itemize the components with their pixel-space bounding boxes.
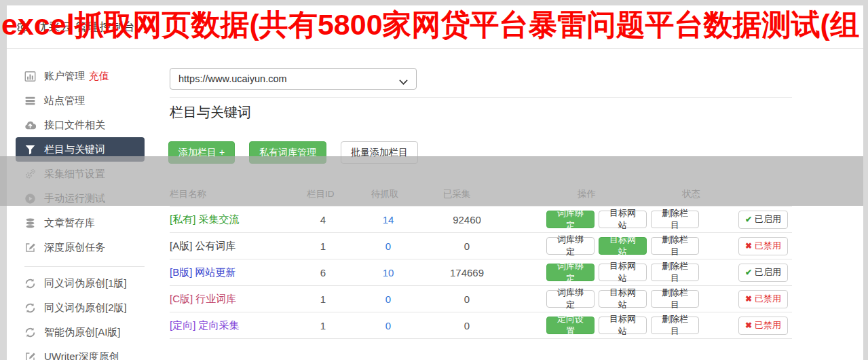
column-name-link[interactable]: [私有] 采集交流 <box>170 213 305 226</box>
row-actions: 词库绑定目标网站删除栏目 <box>546 237 699 255</box>
edit-icon <box>24 351 36 360</box>
page-title: 栏目与关键词 <box>170 103 251 122</box>
action-button[interactable]: 删除栏目 <box>651 237 699 255</box>
action-button[interactable]: 目标网站 <box>599 237 647 255</box>
database-icon <box>24 217 36 229</box>
watermark-text: excel抓取网页数据(共有5800家网贷平台暴雷问题平台数据测试(组 <box>1 0 859 50</box>
sidebar-item-label: 账户管理 <box>44 70 85 83</box>
sidebar-item-label: 同义词伪原创[2版] <box>44 302 127 314</box>
status-label: 已禁用 <box>755 319 781 331</box>
column-id-value: 1 <box>305 240 341 252</box>
site-select[interactable]: https://www.ucaiyun.com <box>170 68 417 90</box>
table-row: [B版] 网站更新610174669词库绑定目标网站删除栏目✔已启用 <box>170 259 792 286</box>
chevron-down-icon <box>399 76 408 82</box>
status-badge-button[interactable]: ✖已禁用 <box>738 290 788 308</box>
row-actions: 词库绑定目标网站删除栏目 <box>546 211 699 228</box>
table-row: [定向] 定向采集100定向设置目标网站删除栏目✖已禁用 <box>170 312 792 339</box>
action-button[interactable]: 目标网站 <box>599 264 647 281</box>
action-button[interactable]: 删除栏目 <box>651 317 699 334</box>
cross-icon: ✖ <box>745 321 752 330</box>
pending-count-link[interactable]: 0 <box>341 240 436 252</box>
sidebar-divider <box>24 266 145 267</box>
column-name-link[interactable]: [定向] 定向采集 <box>170 319 305 332</box>
action-button[interactable]: 定向设置 <box>546 317 595 334</box>
status-badge-button[interactable]: ✖已禁用 <box>738 237 788 255</box>
sidebar-item-label: 站点管理 <box>44 94 85 107</box>
sidebar-item-label: UWriter深度原创 <box>44 350 119 360</box>
column-id-value: 6 <box>305 267 341 278</box>
sidebar-item-interface-files[interactable]: 接口文件相关 <box>7 113 153 137</box>
collected-count-value: 0 <box>436 293 498 305</box>
status-badge-button[interactable]: ✔已启用 <box>738 211 788 229</box>
sidebar-item-suffix-recharge[interactable]: 充值 <box>89 70 109 83</box>
status-label: 已禁用 <box>755 293 781 305</box>
status-label: 已禁用 <box>755 240 781 252</box>
sidebar: 账户管理充值站点管理接口文件相关栏目与关键词采集细节设置手动运行测试文章暂存库深… <box>7 64 153 360</box>
action-button[interactable]: 词库绑定 <box>546 237 595 255</box>
divider <box>170 97 792 98</box>
refresh-icon <box>24 302 36 314</box>
check-icon: ✔ <box>745 215 752 224</box>
action-button[interactable]: 目标网站 <box>599 211 647 228</box>
sidebar-item-sites[interactable]: 站点管理 <box>7 88 153 113</box>
sidebar-item-uwriter[interactable]: UWriter深度原创 <box>7 344 153 360</box>
row-actions: 词库绑定目标网站删除栏目 <box>546 264 699 281</box>
column-id-value: 4 <box>305 214 341 226</box>
cross-icon: ✖ <box>745 294 752 304</box>
sidebar-item-deep-original[interactable]: 深度原创任务 <box>7 235 153 259</box>
column-name-link[interactable]: [B版] 网站更新 <box>170 266 305 279</box>
action-button[interactable]: 删除栏目 <box>651 290 699 308</box>
collected-count-value: 0 <box>436 240 498 252</box>
action-button[interactable]: 词库绑定 <box>546 290 595 308</box>
column-id-value: 1 <box>305 320 341 331</box>
action-button[interactable]: 删除栏目 <box>651 211 699 228</box>
column-name-link[interactable]: [A版] 公有词库 <box>170 240 305 253</box>
pending-count-link[interactable]: 10 <box>341 267 436 278</box>
collected-count-value: 0 <box>436 320 498 331</box>
table-row: [私有] 采集交流41492460词库绑定目标网站删除栏目✔已启用 <box>170 206 792 233</box>
row-actions: 词库绑定目标网站删除栏目 <box>546 290 699 308</box>
sidebar-item-label: 接口文件相关 <box>44 119 105 132</box>
pending-count-link[interactable]: 14 <box>341 214 436 226</box>
status-label: 已启用 <box>755 266 781 278</box>
sidebar-item-synonym-rewrite-1[interactable]: 同义词伪原创[1版] <box>7 271 153 295</box>
table-row: [C版] 行业词库100词库绑定目标网站删除栏目✖已禁用 <box>170 286 792 312</box>
refresh-icon <box>24 327 36 338</box>
table-body: [私有] 采集交流41492460词库绑定目标网站删除栏目✔已启用[A版] 公有… <box>170 206 792 339</box>
list-icon <box>24 95 36 107</box>
sidebar-item-synonym-rewrite-2[interactable]: 同义词伪原创[2版] <box>7 295 153 320</box>
action-button[interactable]: 目标网站 <box>599 317 647 334</box>
sidebar-item-label: 栏目与关键词 <box>44 143 105 156</box>
action-button[interactable]: 目标网站 <box>599 290 647 308</box>
row-actions: 定向设置目标网站删除栏目 <box>546 317 699 334</box>
sidebar-item-label: 深度原创任务 <box>44 241 105 254</box>
column-id-value: 1 <box>305 293 341 305</box>
pending-count-link[interactable]: 0 <box>341 320 436 331</box>
table-row: [A版] 公有词库100词库绑定目标网站删除栏目✖已禁用 <box>170 233 792 259</box>
column-name-link[interactable]: [C版] 行业词库 <box>170 293 305 306</box>
collected-count-value: 174669 <box>436 267 498 278</box>
action-button[interactable]: 词库绑定 <box>546 211 595 228</box>
sidebar-item-label: 同义词伪原创[1版] <box>44 277 127 290</box>
edit-icon <box>24 242 36 253</box>
watermark-overlay <box>0 156 863 206</box>
check-icon: ✔ <box>745 268 752 277</box>
sidebar-item-label: 智能伪原创[AI版] <box>44 326 121 339</box>
funnel-icon <box>24 144 36 156</box>
cloud-upload-icon <box>24 120 36 131</box>
collected-count-value: 92460 <box>436 214 498 226</box>
action-button[interactable]: 词库绑定 <box>546 264 595 281</box>
status-badge-button[interactable]: ✖已禁用 <box>738 317 788 335</box>
refresh-icon <box>24 278 36 289</box>
status-badge-button[interactable]: ✔已启用 <box>738 264 788 282</box>
sidebar-item-account[interactable]: 账户管理充值 <box>7 64 153 88</box>
sidebar-item-label: 文章暂存库 <box>44 217 95 230</box>
sidebar-item-ai-rewrite[interactable]: 智能伪原创[AI版] <box>7 320 153 344</box>
sidebar-item-article-cache[interactable]: 文章暂存库 <box>7 211 153 235</box>
bar-chart-icon <box>24 71 36 82</box>
pending-count-link[interactable]: 0 <box>341 293 436 305</box>
action-button[interactable]: 删除栏目 <box>651 264 699 281</box>
status-label: 已启用 <box>755 213 781 226</box>
site-select-value: https://www.ucaiyun.com <box>178 73 399 84</box>
page: 优采云 管理控制台 账户管理充值站点管理接口文件相关栏目与关键词采集细节设置手动… <box>0 0 868 360</box>
